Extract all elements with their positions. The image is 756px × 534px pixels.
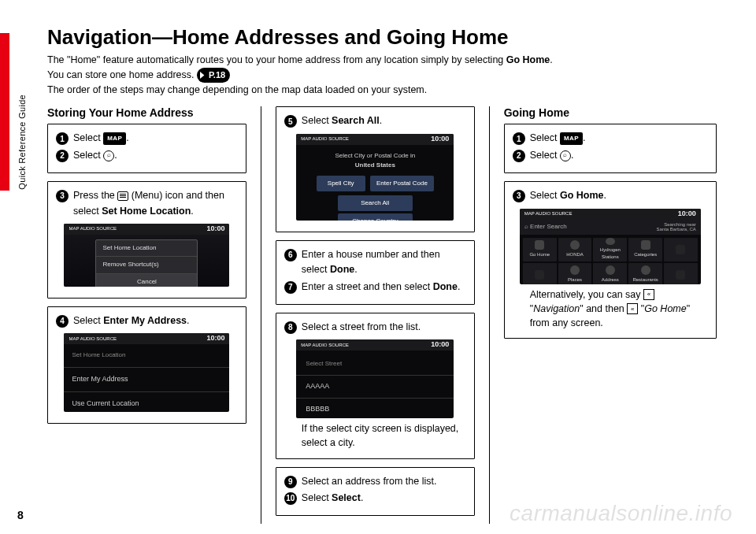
shot5-grid: Go Home HONDA Hydrogen Stations Categori…	[520, 235, 701, 284]
page-ref-text: P.18	[209, 69, 225, 82]
menu-icon	[117, 191, 128, 201]
step-num-1: 1	[56, 132, 69, 145]
map-button-icon-2: MAP	[560, 132, 583, 145]
alt-d: " and then	[580, 303, 627, 314]
shot2-r1: Enter My Address	[64, 368, 229, 392]
shot3-clock: 10:00	[431, 134, 449, 145]
section-tab-red	[0, 33, 9, 191]
g-step-1-a: Select	[530, 132, 560, 143]
step-num-3: 3	[56, 190, 69, 202]
page-number: 8	[17, 509, 24, 521]
step-num-6: 6	[284, 249, 297, 261]
storing-heading: Storing Your Home Address	[47, 106, 246, 119]
step-num-4: 4	[56, 315, 69, 328]
shot5-search-l: ⌕ Enter Search	[524, 222, 567, 232]
cell-categories: Categories	[628, 238, 662, 261]
step-4-a: Select	[73, 315, 103, 326]
columns: Storing Your Home Address 1 Select MAP. …	[47, 106, 717, 524]
step-num-9: 9	[284, 476, 297, 488]
shot3-b3: Search All	[338, 195, 413, 211]
middle-box-4: 9 Select an address from the list. 10 Se…	[276, 467, 475, 517]
step-num-7: 7	[284, 281, 297, 294]
shot2-clock: 10:00	[206, 333, 224, 344]
step-5: 5 Select Search All.	[284, 113, 466, 128]
middle-box-1: 5 Select Search All. MAP AUDIO SOURCE 10…	[276, 106, 475, 232]
cell-blank2	[523, 263, 557, 284]
step-10-b: Select	[332, 492, 361, 503]
shot4-tabs: MAP AUDIO SOURCE	[301, 342, 349, 349]
step-4: 4 Select Enter My Address.	[56, 313, 238, 328]
going-heading: Going Home	[504, 106, 717, 119]
shot3-b2: Enter Postal Code	[370, 176, 434, 191]
shot1-menu: Set Home Location Remove Shortcut(s) Can…	[95, 239, 198, 287]
map-button-icon: MAP	[103, 132, 126, 145]
side-label: Quick Reference Guide	[17, 95, 27, 190]
g-step-2-text: Select ⌕.	[530, 148, 708, 163]
shot2-hdr: Set Home Location	[64, 344, 229, 367]
arrow-right-icon	[200, 72, 207, 79]
shot4-header: MAP AUDIO SOURCE 10:00	[296, 339, 454, 350]
shot3-b1: Spell City	[317, 176, 365, 191]
step-1-text: Select MAP.	[73, 131, 238, 146]
screenshot-street-list: MAP AUDIO SOURCE 10:00 Select Street AAA…	[296, 339, 454, 418]
step-6: 6 Enter a house number and then select D…	[284, 247, 466, 278]
col-going: Going Home 1 Select MAP. 2 Select ⌕.	[504, 106, 717, 524]
shot5-header: MAP AUDIO SOURCE 10:00	[520, 209, 701, 220]
middle-box-3: 8 Select a street from the list. MAP AUD…	[276, 313, 475, 459]
screenshot-search-all: MAP AUDIO SOURCE 10:00 Select City or Po…	[296, 134, 454, 221]
page-ref-pill: P.18	[197, 68, 230, 83]
col-middle: 5 Select Search All. MAP AUDIO SOURCE 10…	[276, 106, 475, 524]
cell-address: Address	[593, 263, 627, 284]
intro-text-2: You can store one home address.	[47, 69, 197, 80]
step-7-text: Enter a street and then select Done.	[302, 280, 466, 295]
voice-icon-2: «	[627, 303, 638, 314]
going-alt-note: Alternatively, you can say « "Navigation…	[513, 287, 708, 330]
g-step-3-b: Go Home	[560, 190, 604, 201]
step-7-b: Done	[433, 281, 458, 292]
step-6-a: Enter a house number and then select	[302, 249, 440, 275]
shot2-header: MAP AUDIO SOURCE 10:00	[64, 333, 229, 344]
shot1-clock: 10:00	[206, 224, 224, 235]
screenshot-set-home: MAP AUDIO SOURCE 10:00 Set Home Location…	[64, 224, 229, 287]
intro-period: .	[550, 54, 552, 65]
intro-line-1: The "Home" feature automatically routes …	[47, 53, 717, 68]
step-1: 1 Select MAP.	[56, 131, 238, 146]
step-7: 7 Enter a street and then select Done.	[284, 280, 466, 295]
divider-1	[261, 106, 261, 524]
shot1-header: MAP AUDIO SOURCE 10:00	[64, 224, 229, 235]
shot3-sub2: United States	[304, 161, 446, 170]
step-8-text: Select a street from the list.	[302, 320, 466, 335]
step-9-text: Select an address from the list.	[302, 474, 466, 489]
step-8: 8 Select a street from the list.	[284, 320, 466, 335]
cell-hydrogen: Hydrogen Stations	[593, 238, 627, 261]
voice-icon: «	[643, 289, 654, 300]
search-icon-2: ⌕	[560, 150, 571, 161]
step-2-text: Select ⌕.	[73, 148, 238, 163]
cell-places: Places	[558, 263, 592, 284]
middle-box-2: 6 Enter a house number and then select D…	[276, 240, 475, 305]
shot4-clock: 10:00	[431, 339, 449, 350]
shot3-sub1: Select City or Postal Code in	[304, 151, 446, 161]
step-9: 9 Select an address from the list.	[284, 474, 466, 489]
shot1-menu-c: Cancel	[96, 274, 197, 287]
shot1-menu-b: Remove Shortcut(s)	[96, 257, 197, 273]
shot5-search: ⌕ Enter Search Searching near Santa Barb…	[520, 220, 701, 235]
screenshot-go-home: MAP AUDIO SOURCE 10:00 ⌕ Enter Search Se…	[520, 209, 701, 284]
step-4-text: Select Enter My Address.	[73, 313, 238, 328]
step-1-label: Select	[73, 132, 103, 143]
shot5-search-r: Searching near Santa Barbara, CA	[656, 222, 695, 232]
col-storing: Storing Your Home Address 1 Select MAP. …	[47, 106, 246, 524]
shot1-tabs: MAP AUDIO SOURCE	[69, 225, 117, 232]
intro-line-2: You can store one home address. P.18	[47, 68, 717, 83]
g-step-3-text: Select Go Home.	[530, 188, 708, 203]
step-3: 3 Press the (Menu) icon and then select …	[56, 188, 238, 219]
shot1-menu-a: Set Home Location	[96, 240, 197, 257]
shot4-r1: AAAAA	[296, 376, 454, 399]
shot3-tabs: MAP AUDIO SOURCE	[301, 135, 349, 143]
shot2-tabs: MAP AUDIO SOURCE	[69, 336, 117, 343]
g-step-num-2: 2	[513, 150, 525, 162]
step-num-8: 8	[284, 321, 297, 334]
alt-e: "	[638, 303, 644, 314]
step-7-a: Enter a street and then select	[302, 281, 433, 292]
storing-box-3: 4 Select Enter My Address. MAP AUDIO SOU…	[47, 306, 246, 424]
